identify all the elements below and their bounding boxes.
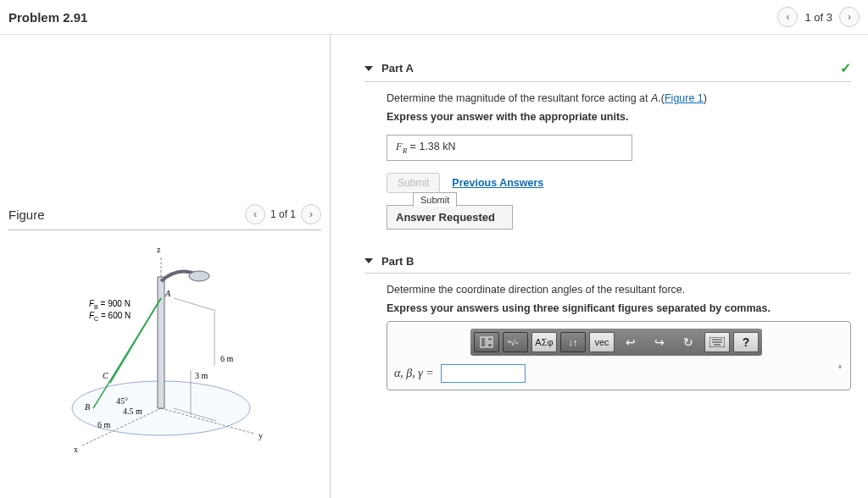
force-fb-label: FB = 900 N — [89, 299, 131, 310]
reset-button[interactable]: ↻ — [676, 332, 701, 352]
right-panel: Part A ✓ Determine the magnitude of the … — [331, 35, 868, 498]
answer-b-input-row: α, β, γ = — [394, 364, 843, 383]
redo-button[interactable]: ↪ — [647, 332, 672, 352]
answer-b-input[interactable] — [441, 364, 526, 383]
dim-6m-b: 6 m — [97, 420, 111, 429]
undo-button[interactable]: ↩ — [618, 332, 643, 352]
figure-prev-button[interactable]: ‹ — [245, 204, 265, 224]
help-button[interactable]: ? — [733, 332, 759, 352]
part-a-prompt: Determine the magnitude of the resultant… — [387, 92, 851, 104]
svg-rect-4 — [158, 277, 164, 408]
part-b-header[interactable]: Part B — [364, 255, 851, 274]
part-b-body: Determine the coordinate direction angle… — [364, 284, 851, 390]
root-button[interactable]: ⁿ√▫ — [503, 332, 528, 352]
prev-answers-link[interactable]: Previous Answers — [452, 177, 543, 189]
point-a-label: A — [164, 289, 171, 298]
part-a-header[interactable]: Part A ✓ — [364, 60, 851, 82]
reset-icon: ↻ — [683, 335, 693, 349]
vec-button[interactable]: vec — [589, 332, 615, 352]
collapse-icon — [364, 66, 373, 71]
submit-tab[interactable]: Submit — [413, 192, 457, 207]
svg-rect-12 — [481, 337, 486, 347]
answer-a-value: 1.38 kN — [419, 141, 455, 152]
header: Problem 2.91 ‹ 1 of 3 › — [0, 0, 868, 35]
problem-pager: ‹ 1 of 3 › — [777, 7, 860, 27]
check-icon: ✓ — [840, 60, 851, 76]
templates-icon — [480, 336, 493, 348]
figure-pager: ‹ 1 of 1 › — [245, 204, 321, 224]
keyboard-button[interactable] — [704, 332, 730, 352]
answer-b-box: ⁿ√▫ ΑΣφ ↓↑ vec ↩ ↪ — [387, 321, 851, 390]
part-a-title: Part A — [381, 62, 414, 75]
page-indicator: 1 of 3 — [804, 11, 832, 24]
main: Figure ‹ 1 of 1 › y x z — [0, 35, 868, 498]
next-problem-button[interactable]: › — [839, 7, 860, 27]
dim-45deg: 45° — [116, 396, 128, 406]
equation-toolbar: ⁿ√▫ ΑΣφ ↓↑ vec ↩ ↪ — [470, 329, 762, 356]
answer-b-vars: α, β, γ = — [394, 367, 434, 380]
figure-image: y x z A B C FB = 900 N FC = 600 N 6 m — [8, 239, 321, 459]
keyboard-icon — [709, 337, 725, 347]
part-b: Part B Determine the coordinate directio… — [364, 255, 851, 390]
answer-a-display: FR = 1.38 kN — [387, 135, 632, 161]
svg-text:ⁿ√▫: ⁿ√▫ — [508, 338, 518, 347]
subscript-button[interactable]: ↓↑ — [560, 332, 586, 352]
templates-button[interactable] — [474, 332, 499, 352]
collapse-icon — [364, 258, 373, 263]
axis-x-label: x — [74, 445, 78, 454]
part-b-prompt: Determine the coordinate direction angle… — [387, 284, 851, 296]
greek-button[interactable]: ΑΣφ — [531, 332, 557, 352]
point-c-label: C — [103, 371, 108, 380]
svg-point-5 — [189, 271, 209, 281]
part-a-instruction: Express your answer with the appropriate… — [387, 111, 851, 123]
part-b-instruction: Express your answers using three signifi… — [387, 302, 851, 314]
left-panel: Figure ‹ 1 of 1 › y x z — [0, 35, 331, 498]
dim-45m: 4.5 m — [123, 407, 142, 416]
dim-6m-a: 6 m — [220, 354, 234, 363]
axis-z-label: z — [157, 245, 161, 254]
point-b-label: B — [85, 402, 90, 412]
svg-line-8 — [174, 298, 216, 311]
svg-rect-14 — [487, 343, 492, 347]
figure-link[interactable]: Figure 1 — [665, 92, 704, 104]
redo-icon: ↪ — [654, 335, 665, 349]
figure-next-button[interactable]: › — [301, 204, 321, 224]
part-a-body: Determine the magnitude of the resultant… — [364, 92, 851, 230]
submit-row-a: Submit Previous Answers — [387, 173, 851, 193]
root-icon: ⁿ√▫ — [508, 336, 523, 348]
axis-y-label: y — [259, 431, 263, 440]
prev-problem-button[interactable]: ‹ — [777, 7, 798, 27]
answer-requested-box: Submit Answer Requested — [387, 205, 513, 230]
figure-header: Figure ‹ 1 of 1 › — [8, 204, 321, 230]
part-b-title: Part B — [381, 255, 414, 268]
figure-title: Figure — [8, 208, 45, 222]
figure-page-indicator: 1 of 1 — [270, 208, 296, 220]
undo-icon: ↩ — [626, 335, 636, 349]
force-fc-label: FC = 600 N — [89, 311, 131, 322]
unit-hint: ° — [838, 364, 842, 374]
problem-title: Problem 2.91 — [8, 10, 87, 25]
dim-3m: 3 m — [195, 371, 209, 380]
submit-a-button[interactable]: Submit — [387, 173, 440, 193]
subscript-icon: ↓↑ — [569, 337, 578, 347]
svg-rect-13 — [487, 337, 492, 341]
part-a: Part A ✓ Determine the magnitude of the … — [364, 60, 851, 230]
